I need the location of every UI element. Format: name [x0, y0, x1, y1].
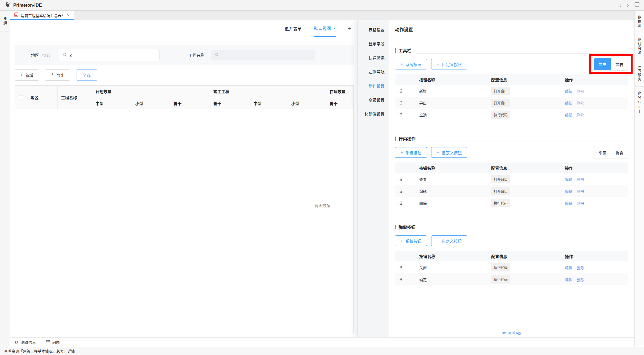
grid-body: 暂无数据 [15, 109, 353, 333]
table-row: 全选 执行代码 编辑删除 [395, 109, 628, 121]
section-inline-actions: 行内操作 + 系统按钮 + 自定义按钮 平铺 折叠 [395, 135, 628, 209]
download-icon [50, 73, 54, 77]
problems-button[interactable]: 问题 [46, 340, 60, 345]
section-accent-bar [395, 225, 396, 229]
divider [420, 141, 628, 142]
status-text: 查看资源「建筑工程基本情况汇总表」详情 [4, 348, 75, 354]
forward-arrow-icon[interactable]: › [627, 3, 629, 8]
delete-link[interactable]: 删除 [577, 100, 584, 106]
sidebar-item-third-party-services[interactable]: 三方服务 [635, 60, 644, 87]
tab-default-view[interactable]: 默认视图 ▼ [314, 20, 336, 37]
edit-link[interactable]: 编辑 [565, 277, 572, 282]
column-header: 中型 [250, 97, 288, 109]
tab-low-code-form[interactable]: 低开表单 [285, 20, 302, 37]
section-accent-bar [395, 137, 396, 141]
plus-icon: + [400, 62, 403, 67]
delete-link[interactable]: 删除 [577, 265, 584, 270]
tab-close-icon[interactable]: × [67, 13, 70, 18]
sidebar-item-resources[interactable]: 资源 [0, 11, 10, 32]
edit-link[interactable]: 编辑 [565, 177, 572, 182]
drag-handle-icon[interactable] [398, 113, 402, 116]
sidebar-item-datasource[interactable]: 数据源 [635, 11, 644, 33]
workspace: 低开表单 默认视图 ▼ + 地区 〈等于〉 2 工程名称 + 新增 [10, 20, 634, 337]
drag-handle-icon[interactable] [398, 101, 402, 104]
system-button-add[interactable]: + 系统按钮 [395, 235, 427, 246]
edit-link[interactable]: 编辑 [565, 112, 572, 117]
drag-handle-icon[interactable] [398, 189, 402, 193]
grid-header: 地区 工程名称 计划数量 竣工工程 在建数量 中型 小型 骨干 骨干 中型 小型… [15, 86, 353, 109]
table-header-ops: 操作 [555, 165, 628, 171]
add-button[interactable]: + 新增 [15, 69, 39, 81]
toolbar-buttons-table: 按钮名称 配置信息 操作 新增 打开窗口 编辑删除 导出 打开窗口 编辑删除 [395, 74, 628, 121]
drag-handle-icon[interactable] [398, 89, 402, 93]
settings-nav-left-nav[interactable]: 左侧导航 [358, 65, 388, 79]
edit-link[interactable]: 编辑 [565, 189, 572, 194]
drag-handle-icon[interactable] [398, 201, 402, 205]
red-annotation-box [589, 54, 633, 74]
custom-button-add[interactable]: + 自定义按钮 [431, 147, 467, 158]
plus-icon: + [437, 62, 439, 67]
section-dialog-buttons: 弹窗按钮 + 系统按钮 + 自定义按钮 按钮名称 配置信息 操作 [395, 224, 628, 285]
tile-toggle[interactable]: 平铺 [594, 146, 611, 159]
list-icon [46, 340, 50, 344]
project-name-filter-input[interactable] [211, 50, 315, 60]
system-button-add[interactable]: + 系统按钮 [395, 59, 427, 69]
view-api-link[interactable]: 查看Api [395, 330, 628, 336]
section-toolbar: 工具栏 + 系统按钮 + 自定义按钮 靠左 靠右 [395, 47, 628, 121]
edit-link[interactable]: 编辑 [565, 100, 572, 106]
section-title: 行内操作 [399, 135, 416, 142]
system-button-add[interactable]: + 系统按钮 [395, 147, 427, 158]
edit-link[interactable]: 编辑 [565, 200, 572, 206]
edit-link[interactable]: 编辑 [565, 265, 572, 270]
edit-link[interactable]: 编辑 [565, 88, 572, 94]
save-icon[interactable] [634, 2, 640, 8]
sidebar-item-named-sql[interactable]: 命名Sql [635, 87, 644, 119]
settings-nav-mobile[interactable]: 移动端设置 [358, 107, 388, 121]
drag-handle-icon[interactable] [398, 177, 402, 181]
drag-handle-icon[interactable] [398, 266, 402, 269]
divider [416, 53, 628, 54]
form-document-icon [14, 12, 18, 18]
debug-icon [14, 340, 19, 345]
delete-link[interactable]: 删除 [577, 189, 584, 194]
delete-link[interactable]: 删除 [577, 177, 584, 182]
search-icon [215, 53, 219, 58]
debug-info-button[interactable]: 调试信息 [14, 340, 36, 345]
column-header: 小型 [288, 97, 326, 109]
action-settings-panel: 动作设置 工具栏 + 系统按钮 + 自定义按钮 靠左 靠右 [388, 20, 634, 337]
document-tab[interactable]: 建筑工程基本情况汇总表* × [10, 11, 74, 20]
select-all-checkbox[interactable] [19, 95, 23, 99]
sidebar-item-offline-resources[interactable]: 离线资源 [635, 33, 644, 60]
export-button[interactable]: 导出 [45, 69, 70, 81]
collapse-toggle[interactable]: 折叠 [611, 146, 628, 159]
config-tag: 打开窗口 [491, 187, 510, 195]
region-filter-operator[interactable]: 〈等于〉 [40, 53, 52, 57]
column-header: 骨干 [170, 97, 210, 109]
column-header: 骨干 [326, 97, 353, 109]
settings-nav-fields[interactable]: 显示字段 [358, 37, 388, 51]
delete-link[interactable]: 删除 [577, 112, 584, 117]
data-grid: 地区 工程名称 计划数量 竣工工程 在建数量 中型 小型 骨干 骨干 中型 小型… [15, 85, 354, 333]
back-arrow-icon[interactable]: ‹ [619, 3, 621, 8]
table-header-name: 按钮名称 [411, 77, 483, 82]
table-row: 编辑 打开窗口 编辑删除 [395, 185, 628, 197]
drag-handle-icon[interactable] [398, 278, 402, 281]
custom-button-add[interactable]: + 自定义按钮 [431, 59, 467, 69]
settings-nav-table[interactable]: 表格设置 [358, 23, 388, 37]
select-all-button[interactable]: 全选 [76, 69, 97, 81]
add-view-button[interactable]: + [348, 20, 352, 37]
column-header-region: 地区 [27, 86, 58, 109]
delete-link[interactable]: 删除 [577, 88, 584, 94]
empty-state-text: 暂无数据 [314, 203, 330, 208]
settings-nav-quick-filter[interactable]: 快速筛选 [358, 51, 388, 65]
settings-nav-advanced[interactable]: 高级设置 [358, 93, 388, 107]
delete-link[interactable]: 删除 [577, 277, 584, 282]
custom-button-add[interactable]: + 自定义按钮 [431, 235, 467, 246]
column-header: 小型 [132, 97, 170, 109]
app-logo-icon [4, 2, 11, 9]
column-header: 骨干 [210, 97, 250, 109]
region-filter-input[interactable]: 2 [59, 49, 160, 61]
settings-nav-actions[interactable]: 动作设置 [358, 79, 388, 93]
table-header-name: 按钮名称 [411, 253, 483, 259]
delete-link[interactable]: 删除 [577, 200, 584, 206]
